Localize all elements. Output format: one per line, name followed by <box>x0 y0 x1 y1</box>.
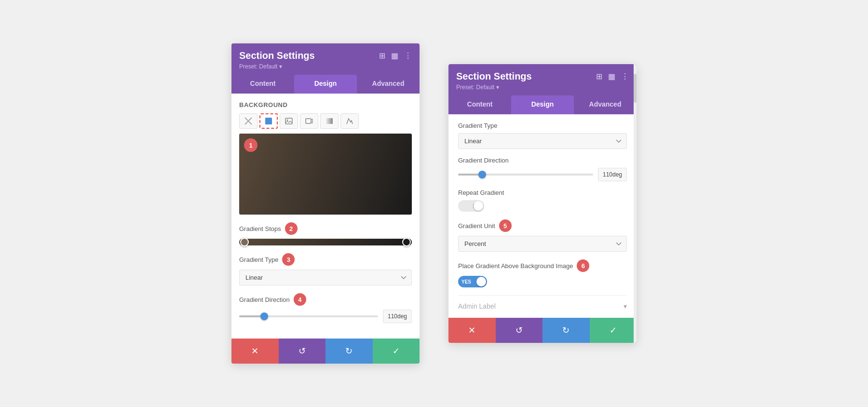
video-svg <box>305 117 313 125</box>
right-gradient-direction-label: Gradient Direction <box>458 157 627 164</box>
badge-6: 6 <box>577 259 589 272</box>
left-tab-advanced[interactable]: Advanced <box>357 75 420 94</box>
left-footer: ✕ ↺ ↻ ✓ <box>231 339 420 364</box>
right-tab-advanced[interactable]: Advanced <box>574 95 637 114</box>
right-tab-design[interactable]: Design <box>511 95 574 114</box>
gradient-stops-bar[interactable] <box>239 239 412 245</box>
left-panel-title: Section Settings <box>239 50 315 61</box>
right-gradient-type-select[interactable]: Linear Radial Conic <box>458 133 627 149</box>
admin-label-chevron: ▾ <box>624 302 627 310</box>
left-tab-design[interactable]: Design <box>294 75 357 94</box>
bg-video-icon[interactable] <box>300 113 318 129</box>
right-undo-button[interactable]: ↺ <box>496 318 543 343</box>
svg-point-4 <box>287 120 288 121</box>
right-more-icon[interactable]: ⋮ <box>621 72 629 81</box>
right-columns-icon[interactable]: ▦ <box>608 72 615 81</box>
badge-1: 1 <box>244 138 258 152</box>
left-tabs: Content Design Advanced <box>231 75 420 94</box>
gradient-direction-track[interactable] <box>239 315 378 317</box>
right-panel-body: Gradient Type Linear Radial Conic Gradie… <box>448 114 637 318</box>
badge-2: 2 <box>285 222 298 235</box>
repeat-gradient-toggle-row: NO <box>458 200 627 212</box>
right-footer: ✕ ↺ ↻ ✓ <box>448 318 637 343</box>
repeat-gradient-section: Repeat Gradient NO <box>458 189 627 212</box>
gradient-unit-section: Gradient Unit 5 Percent Pixels <box>458 219 627 252</box>
bg-image-icon[interactable] <box>280 113 298 129</box>
right-save-button[interactable]: ✓ <box>590 318 637 343</box>
right-panel-title: Section Settings <box>456 71 532 82</box>
no-bg-svg <box>244 117 253 125</box>
gradient-stops-section: Gradient Stops 2 <box>239 222 412 245</box>
place-gradient-label: Place Gradient Above Background Image 6 <box>458 259 627 272</box>
responsive-icon[interactable]: ⊞ <box>379 51 385 60</box>
bg-none-icon[interactable] <box>239 113 258 129</box>
left-redo-button[interactable]: ↻ <box>326 339 373 364</box>
repeat-gradient-toggle[interactable]: NO <box>458 200 484 212</box>
right-gradient-type-section: Gradient Type Linear Radial Conic <box>458 122 627 149</box>
right-gradient-direction-thumb[interactable] <box>478 171 486 178</box>
badge-5: 5 <box>499 219 512 232</box>
background-label: Background <box>239 101 412 109</box>
svg-rect-6 <box>326 118 333 124</box>
image-svg <box>285 117 293 125</box>
badge-3: 3 <box>282 253 295 266</box>
right-panel: Section Settings ⊞ ▦ ⋮ Preset: Default ▾… <box>448 64 637 343</box>
right-gradient-direction-slider-row: 110deg <box>458 168 627 181</box>
left-header-icons: ⊞ ▦ ⋮ <box>379 51 412 60</box>
left-cancel-button[interactable]: ✕ <box>231 339 279 364</box>
svg-rect-2 <box>265 118 272 124</box>
right-scrollbar[interactable] <box>634 114 637 318</box>
stop-handle-left[interactable] <box>240 238 249 246</box>
color-fill-svg <box>264 117 273 125</box>
place-toggle-label: YES <box>461 279 471 285</box>
gradient-direction-label: Gradient Direction 4 <box>239 293 412 306</box>
place-gradient-toggle[interactable]: YES <box>458 276 487 287</box>
gradient-direction-slider-row: 110deg <box>239 310 412 323</box>
place-gradient-toggle-row: YES <box>458 276 627 287</box>
gradient-unit-select[interactable]: Percent Pixels <box>458 236 627 252</box>
svg-rect-3 <box>285 118 292 124</box>
repeat-toggle-knob <box>474 201 483 211</box>
left-save-button[interactable]: ✓ <box>373 339 420 364</box>
right-header-icons: ⊞ ▦ ⋮ <box>596 72 629 81</box>
admin-label-section: Admin Label ▾ <box>458 295 627 310</box>
right-tabs: Content Design Advanced <box>448 95 637 114</box>
gradient-type-section: Gradient Type 3 Linear Radial Conic <box>239 253 412 285</box>
right-gradient-direction-track[interactable] <box>458 174 593 176</box>
right-redo-button[interactable]: ↻ <box>542 318 590 343</box>
gradient-type-select[interactable]: Linear Radial Conic <box>239 270 412 285</box>
right-panel-header: Section Settings ⊞ ▦ ⋮ Preset: Default ▾ <box>448 64 637 95</box>
columns-icon[interactable]: ▦ <box>391 51 398 60</box>
pattern-svg <box>345 117 354 125</box>
admin-label-title: Admin Label <box>458 302 496 310</box>
gradient-svg <box>325 117 334 125</box>
more-icon[interactable]: ⋮ <box>404 51 412 60</box>
stop-handle-right[interactable] <box>402 238 411 246</box>
left-panel-header: Section Settings ⊞ ▦ ⋮ Preset: Default ▾ <box>231 43 420 75</box>
badge-4: 4 <box>294 293 306 306</box>
right-header-top: Section Settings ⊞ ▦ ⋮ <box>456 71 629 82</box>
bg-gradient-icon[interactable] <box>320 113 339 129</box>
right-preset: Preset: Default ▾ <box>456 84 629 91</box>
gradient-preview: 1 <box>239 134 412 215</box>
left-undo-button[interactable]: ↺ <box>279 339 326 364</box>
left-panel-body: Background <box>231 94 420 339</box>
background-icon-bar <box>239 113 412 129</box>
right-responsive-icon[interactable]: ⊞ <box>596 72 602 81</box>
bg-pattern-icon[interactable] <box>340 113 359 129</box>
repeat-gradient-label: Repeat Gradient <box>458 189 627 196</box>
gradient-stops-label: Gradient Stops 2 <box>239 222 412 235</box>
gradient-direction-section: Gradient Direction 4 110deg <box>239 293 412 323</box>
right-gradient-direction-value[interactable]: 110deg <box>598 168 627 181</box>
left-header-top: Section Settings ⊞ ▦ ⋮ <box>239 50 412 61</box>
background-section: Background <box>239 101 412 215</box>
right-gradient-direction-section: Gradient Direction 110deg <box>458 157 627 181</box>
right-cancel-button[interactable]: ✕ <box>448 318 496 343</box>
gradient-direction-thumb[interactable] <box>260 312 268 320</box>
right-tab-content[interactable]: Content <box>448 95 511 114</box>
bg-color-icon[interactable] <box>259 113 278 129</box>
admin-label-header[interactable]: Admin Label ▾ <box>458 302 627 310</box>
gradient-direction-value[interactable]: 110deg <box>383 310 412 323</box>
svg-rect-5 <box>306 119 311 123</box>
left-tab-content[interactable]: Content <box>231 75 294 94</box>
